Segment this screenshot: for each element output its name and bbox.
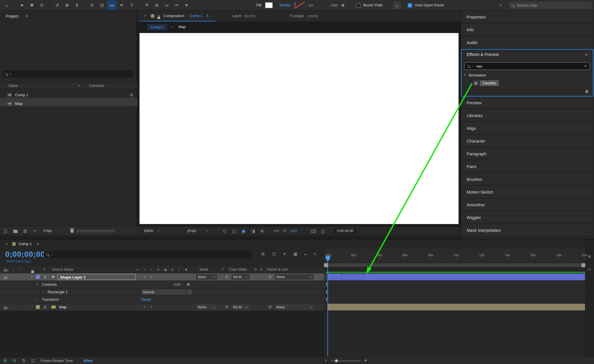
property-row-rectangle-1[interactable]: › Rectangle 1 Normal∨: [0, 288, 324, 296]
trash-icon[interactable]: [70, 229, 74, 233]
eye-icon[interactable]: [3, 276, 8, 279]
panel-header-properties[interactable]: Properties: [461, 11, 593, 23]
close-tab-icon[interactable]: ×: [5, 241, 8, 246]
parent-pickwhip-icon[interactable]: @: [268, 275, 272, 279]
effects-group-label[interactable]: Simulation: [468, 73, 486, 77]
composition-tab-label[interactable]: Composition: [163, 14, 184, 18]
effects-result-row[interactable]: ▦ Caustics: [461, 80, 593, 87]
track-matte-dropdown[interactable]: No M∨: [231, 274, 249, 280]
draft-3d-icon[interactable]: ◫: [272, 252, 276, 256]
composition-tab-target[interactable]: Comp 1: [189, 14, 203, 18]
project-menu-icon[interactable]: ≡: [26, 14, 28, 18]
panel-header-info[interactable]: Info: [461, 23, 593, 36]
expand-chevron-icon[interactable]: ∨: [36, 282, 38, 286]
work-area-bar[interactable]: [324, 263, 585, 267]
new-folder-icon[interactable]: [13, 230, 18, 233]
parent-dropdown[interactable]: None∨: [275, 274, 314, 280]
effects-menu-icon[interactable]: ≡: [585, 52, 588, 57]
comp-button-icon[interactable]: ◫: [588, 267, 591, 271]
project-search-input[interactable]: [13, 72, 131, 77]
hide-shy-icon[interactable]: ✦: [283, 252, 286, 256]
show-snapshot-icon[interactable]: ◫: [321, 229, 325, 233]
interpret-footage-icon[interactable]: ∿: [33, 228, 37, 233]
parent-pickwhip-icon[interactable]: @: [268, 305, 272, 309]
zoom-dropdown[interactable]: 100%: [144, 229, 153, 233]
resolution-caret-icon[interactable]: ∨: [206, 229, 208, 232]
sort-ascending-icon[interactable]: ▲: [78, 84, 80, 87]
effects-search-input[interactable]: [476, 64, 582, 69]
panel-header-brushes[interactable]: Brushes: [461, 173, 593, 186]
selection-tool[interactable]: ➤: [18, 1, 26, 9]
expand-transfer-controls-icon[interactable]: ⊟: [13, 358, 16, 363]
property-row-transform[interactable]: › Transform Reset: [0, 296, 324, 303]
comment-column-header[interactable]: Comment: [89, 84, 104, 88]
source-name-column-header[interactable]: Source Name: [52, 267, 73, 272]
help-search-field[interactable]: [509, 2, 592, 9]
quality-switch-icon[interactable]: ∖: [150, 305, 152, 309]
layer-name[interactable]: Shape Layer 1: [60, 275, 86, 279]
collapsed-chevron-icon[interactable]: ›: [42, 290, 44, 294]
panel-header-smoother[interactable]: Smoother: [461, 199, 593, 211]
timeline-tab-label[interactable]: Comp 1: [19, 242, 32, 246]
collapse-switch-icon[interactable]: ✧: [143, 275, 146, 279]
collapse-switch-icon[interactable]: ✧: [143, 305, 146, 309]
workspace-icon[interactable]: ◫: [394, 2, 400, 8]
orbit-camera-tool[interactable]: ↺: [53, 1, 61, 9]
comp-flowchart-icon[interactable]: ⊞: [261, 252, 265, 256]
quality-switch-icon[interactable]: ∖: [150, 275, 152, 279]
clone-stamp-tool[interactable]: ⊚: [153, 1, 161, 9]
layer-row-shape-layer-1[interactable]: ∨ 1 ★ Shape Layer 1 ✧ ∖ Norm∨ @ No M∨ @ …: [0, 273, 324, 281]
motion-blur-icon[interactable]: ◒: [304, 252, 307, 256]
breadcrumb-comp[interactable]: Comp 1: [147, 24, 167, 30]
bpc-indicator[interactable]: 8 bpc: [44, 229, 52, 233]
add-shape-icon[interactable]: ◉: [186, 282, 190, 286]
overflow-chevrons-icon[interactable]: »: [499, 2, 502, 7]
property-row-contents[interactable]: ∨ Contents Add: ◉: [0, 281, 324, 288]
toggle-modes-icon[interactable]: ◫: [31, 358, 35, 363]
project-item-name[interactable]: Map: [15, 99, 22, 108]
parent-link-column-header[interactable]: Parent & Link: [267, 267, 288, 272]
layer-tab-label[interactable]: Layer: [232, 14, 242, 18]
pan-camera-tool[interactable]: ⊕: [63, 1, 71, 9]
timeline-search-input[interactable]: [55, 252, 249, 257]
eye-icon[interactable]: [3, 307, 8, 309]
brush-tool[interactable]: ✎: [143, 1, 151, 9]
transparency-grid-icon[interactable]: ◫: [232, 229, 236, 233]
work-area-end-handle[interactable]: [582, 263, 585, 267]
graph-editor-icon[interactable]: ∿: [313, 252, 317, 256]
help-search-input[interactable]: [516, 3, 589, 8]
layer-name[interactable]: Map: [59, 305, 66, 309]
expand-chevron-icon[interactable]: ∨: [31, 275, 33, 279]
rect-tool[interactable]: ▭: [108, 1, 116, 9]
rectangle-label[interactable]: Rectangle 1: [48, 290, 68, 294]
project-row-comp1[interactable]: Comp 1 ⊞: [0, 89, 137, 98]
roto-brush-tool[interactable]: ✑: [173, 1, 180, 9]
mode-column-header[interactable]: Mode: [200, 267, 208, 272]
project-search-field[interactable]: ∨: [2, 70, 133, 77]
project-row-map[interactable]: Map: [0, 98, 137, 106]
panel-header-wiggler[interactable]: Wiggler: [461, 211, 593, 224]
effects-group-row[interactable]: ∨ Simulation: [461, 72, 593, 80]
close-tab-icon[interactable]: ×: [144, 13, 146, 18]
panel-header-audio[interactable]: Audio: [461, 36, 593, 49]
collapsed-chevron-icon[interactable]: ›: [37, 297, 38, 301]
blend-mode-dropdown[interactable]: Norm∨: [196, 304, 217, 310]
layer-color-swatch[interactable]: [36, 305, 40, 309]
breadcrumb-item[interactable]: Map: [178, 25, 186, 29]
lock-icon[interactable]: [157, 17, 160, 19]
zoom-caret-icon[interactable]: ∨: [157, 229, 160, 232]
timeline-search-field[interactable]: ∨: [44, 251, 252, 258]
stroke-label[interactable]: Stroke:: [279, 3, 291, 7]
home-icon[interactable]: ⌂: [3, 1, 10, 9]
rectangle-blend-mode-dropdown[interactable]: Normal∨: [141, 289, 192, 295]
safe-zones-icon[interactable]: ⊞: [260, 229, 264, 233]
project-tab-label[interactable]: Project: [6, 14, 19, 19]
horizontal-scrollbar[interactable]: [76, 230, 115, 232]
camera-tool[interactable]: ⊡: [98, 1, 106, 9]
blend-mode-dropdown[interactable]: Norm∨: [196, 274, 217, 280]
pen-tool[interactable]: ✒: [118, 1, 126, 9]
playhead-marker[interactable]: [326, 256, 330, 261]
eraser-tool[interactable]: ▱: [163, 1, 171, 9]
frame-blending-icon[interactable]: ▦: [294, 252, 297, 256]
panel-header-paragraph[interactable]: Paragraph: [461, 148, 593, 160]
